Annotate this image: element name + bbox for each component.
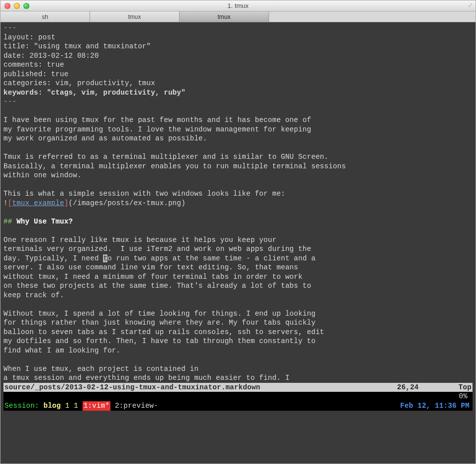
md-h2-hash: ## (3, 218, 16, 226)
body-p4-l3a: day. Typically, I need (3, 254, 103, 262)
tab-sh[interactable]: sh (0, 11, 90, 22)
fm-comments: comments: true (3, 61, 64, 69)
body-p5-l4: my dotfiles and so forth. Then, I have t… (3, 337, 315, 345)
vim-status-pct: Top (459, 383, 472, 392)
body-p6-l2: a tmux session and everything ends up be… (3, 374, 289, 382)
body-p5-l3: balloon to seven tabs as I started up ra… (3, 328, 324, 336)
terminal-pane[interactable]: --- layout: post title: "using tmux and … (0, 22, 476, 464)
body-p1-l2: my favorite programming tools. I love th… (3, 125, 311, 133)
md-image-bang: ! (3, 199, 8, 207)
tmux-session-nums: 1 1 (61, 401, 83, 411)
body-p4-l3b: o run two apps at the same time - a clie… (107, 254, 315, 262)
body-p3-l1: This is what a simple session with two w… (3, 190, 285, 198)
fm-categories: categories: vim, productivity, tmux (3, 79, 155, 87)
vim-status-pos: 26,24 (397, 383, 419, 392)
body-p4-l5: without tmux, I need a minimum of four t… (3, 273, 302, 281)
tmux-session-label: Session: (4, 401, 43, 411)
window-title: 1. tmux (0, 2, 476, 9)
body-p2-l1: Tmux is referred to as a terminal multip… (3, 153, 329, 161)
tmux-window-other[interactable]: 2:preview- (110, 401, 158, 411)
body-p4-l1: One reason I really like tmux is because… (3, 236, 277, 244)
body-p4-l2: terminals very organized. I use iTerm2 a… (3, 245, 311, 253)
vim-status-file: source/_posts/2013-02-12-using-tmux-and-… (4, 383, 260, 392)
minimize-icon[interactable] (14, 3, 20, 9)
md-h2-text: Why Use Tmux? (16, 218, 73, 226)
body-p4-l6: on these two projects at the same time. … (3, 282, 311, 290)
app-window: 1. tmux ⤢ sh tmux tmux --- layout: post … (0, 0, 476, 464)
md-image-alt: tmux example (12, 199, 64, 207)
tab-tmux-1[interactable]: tmux (90, 11, 180, 22)
frontmatter-delim: --- (3, 24, 16, 32)
fm-layout: layout: post (3, 33, 56, 41)
tmux-window-active[interactable]: 1:vim* (83, 401, 110, 411)
frontmatter-delim-end: --- (3, 98, 16, 106)
tmux-clock: Feb 12, 11:36 PM (400, 401, 470, 411)
traffic-lights (0, 3, 29, 9)
fm-published: published: true (3, 70, 69, 78)
md-bracket-close: ] (64, 199, 69, 207)
body-p6-l1: When I use tmux, each project is contain… (3, 365, 198, 373)
body-p4-l4: server. I also use command line vim for … (3, 263, 298, 271)
body-p1-l1: I have been using tmux for the past few … (3, 116, 311, 124)
fm-keywords: keywords: "ctags, vim, productivity, rub… (3, 89, 186, 97)
vim-status-line: source/_posts/2013-02-12-using-tmux-and-… (3, 383, 473, 392)
tab-tmux-2[interactable]: tmux (180, 11, 269, 22)
vim-command-line[interactable]: 0% (3, 392, 473, 401)
fullscreen-icon[interactable]: ⤢ (468, 2, 473, 8)
vim-cmd-percent: 0% (459, 392, 468, 401)
tmux-session-name: blog (43, 401, 61, 411)
fm-date: date: 2013-02-12 08:20 (3, 52, 99, 60)
tab-bar: sh tmux tmux (0, 11, 476, 22)
body-p5-l2: for things rather than just knowing wher… (3, 319, 315, 327)
body-p5-l1: Without tmux, I spend a lot of time look… (3, 310, 315, 318)
close-icon[interactable] (4, 3, 10, 9)
tmux-status-bar: Session: blog 1 1 1:vim* 2:preview-Feb 1… (3, 401, 473, 411)
titlebar: 1. tmux ⤢ (0, 0, 476, 11)
vim-cursor: t (103, 254, 107, 262)
body-p2-l3: within one window. (3, 171, 82, 179)
fm-title: title: "using tmux and tmuxinator" (3, 42, 151, 50)
body-p5-l5: find what I am looking for. (3, 347, 120, 354)
zoom-icon[interactable] (23, 3, 29, 9)
body-p4-l7: keep track of. (3, 291, 64, 299)
body-p2-l2: Basically, a terminal multiplexer enable… (3, 162, 346, 170)
md-image-path: (/images/posts/ex-tmux.png) (69, 199, 186, 207)
body-p1-l3: my work organized and as automated as po… (3, 134, 207, 142)
